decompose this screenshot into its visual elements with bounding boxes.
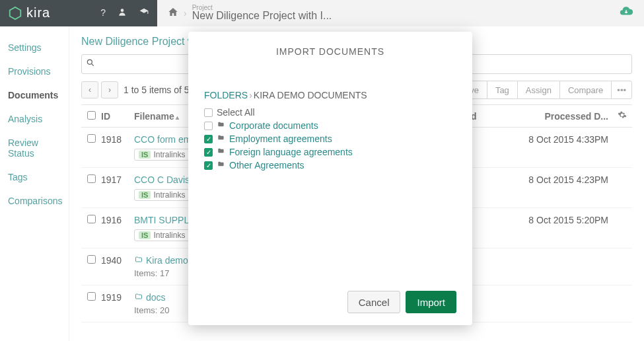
select-all-folder-checkbox[interactable] xyxy=(204,108,213,117)
folder-row[interactable]: ✓ Employment agreements xyxy=(204,132,456,145)
folder-name: Corporate documents xyxy=(229,120,318,131)
folder-row[interactable]: Corporate documents xyxy=(204,119,456,132)
folder-checkbox[interactable]: ✓ xyxy=(204,161,213,170)
folder-checkbox[interactable]: ✓ xyxy=(204,148,213,157)
modal-actions: Cancel Import xyxy=(204,291,456,313)
folder-icon xyxy=(217,161,225,170)
folder-icon xyxy=(217,147,225,157)
folder-row[interactable]: ✓ Foreign language agreements xyxy=(204,145,456,159)
folder-name: Other Agreements xyxy=(229,160,304,170)
folder-name: Foreign language agreements xyxy=(229,147,353,157)
modal-breadcrumb: FOLDERS›KIRA DEMO DOCUMENTS xyxy=(204,90,456,100)
select-all-label: Select All xyxy=(217,107,255,118)
folder-checkbox[interactable]: ✓ xyxy=(204,135,213,143)
modal-title: IMPORT DOCUMENTS xyxy=(204,46,456,57)
folder-name: Employment agreements xyxy=(229,133,332,144)
folder-checkbox[interactable] xyxy=(204,122,213,130)
cancel-button[interactable]: Cancel xyxy=(347,291,401,313)
folder-icon xyxy=(217,121,225,130)
import-button[interactable]: Import xyxy=(406,291,456,313)
import-documents-modal: IMPORT DOCUMENTS FOLDERS›KIRA DEMO DOCUM… xyxy=(188,32,472,325)
folder-row[interactable]: ✓ Other Agreements xyxy=(204,159,456,172)
modal-crumb-current: KIRA DEMO DOCUMENTS xyxy=(254,90,367,100)
folder-icon xyxy=(217,134,225,143)
select-all-row[interactable]: Select All xyxy=(204,106,456,119)
chevron-right-icon: › xyxy=(249,90,252,100)
folder-list: Select All Corporate documents ✓ Employm… xyxy=(204,106,456,172)
modal-crumb-root[interactable]: FOLDERS xyxy=(204,90,248,100)
